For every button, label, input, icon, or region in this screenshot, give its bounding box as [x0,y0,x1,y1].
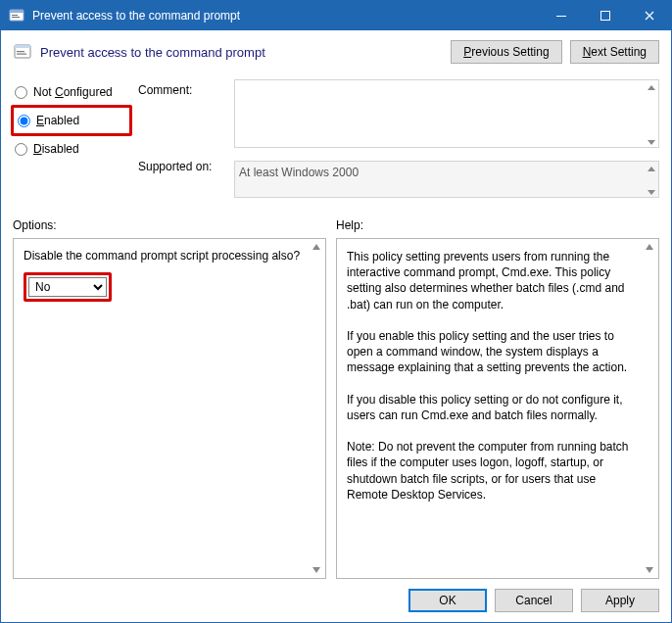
mid-labels: Comment: Supported on: [138,79,226,201]
policy-icon [13,42,32,62]
radio-not-configured-input[interactable] [15,86,27,99]
help-panel: This policy setting prevents users from … [336,238,659,579]
minimize-button[interactable] [539,1,583,30]
svg-rect-5 [600,12,609,21]
svg-rect-1 [10,10,24,13]
cancel-button[interactable]: Cancel [495,589,573,612]
radio-disabled-input[interactable] [15,143,27,156]
header-row: Prevent access to the command prompt Pre… [13,40,659,64]
help-text: This policy setting prevents users from … [347,249,639,503]
policy-title: Prevent access to the command prompt [40,45,265,60]
window-title: Prevent access to the command prompt [32,9,539,23]
next-setting-button[interactable]: Next Setting [570,40,659,64]
maximize-button[interactable] [583,1,627,30]
svg-rect-9 [17,54,26,55]
titlebar-buttons [539,1,671,30]
radio-disabled[interactable]: Disabled [13,138,130,160]
option-question: Disable the command prompt script proces… [24,249,315,263]
state-section: Not Configured Enabled Disabled Comment:… [13,79,659,201]
apply-button[interactable]: Apply [581,589,659,612]
panels: Disable the command prompt script proces… [13,238,659,579]
state-radiogroup: Not Configured Enabled Disabled [13,79,130,201]
supported-on-textarea [234,161,659,198]
client-area: Prevent access to the command prompt Pre… [1,30,671,622]
scroll-up-icon[interactable] [646,244,655,250]
scroll-up-icon[interactable] [312,244,322,250]
svg-rect-4 [556,16,566,17]
comment-textarea[interactable] [234,79,659,148]
close-button[interactable] [627,1,671,30]
svg-rect-8 [17,51,24,52]
previous-setting-button[interactable]: Previous Setting [451,40,561,64]
options-panel: Disable the command prompt script proces… [13,238,326,579]
highlight-enabled: Enabled [11,105,132,136]
ok-button[interactable]: OK [408,589,487,612]
supported-on-label: Supported on: [138,160,226,173]
radio-not-configured[interactable]: Not Configured [13,81,130,103]
scroll-down-icon[interactable] [312,567,322,573]
help-label: Help: [336,218,363,232]
svg-rect-2 [12,15,18,16]
footer-buttons: OK Cancel Apply [13,579,659,612]
radio-enabled-input[interactable] [18,115,30,127]
script-processing-dropdown[interactable]: No [28,277,107,297]
app-icon [9,8,24,24]
radio-enabled[interactable]: Enabled [16,110,127,131]
scroll-down-icon[interactable] [646,567,655,573]
svg-rect-7 [15,45,30,48]
policy-editor-window: Prevent access to the command prompt [0,0,672,623]
fields-col [234,79,659,201]
comment-label: Comment: [138,83,226,160]
titlebar: Prevent access to the command prompt [1,1,671,30]
svg-rect-3 [12,17,20,18]
panel-labels: Options: Help: [13,218,659,232]
options-label: Options: [13,218,336,232]
highlight-dropdown: No [24,272,112,302]
